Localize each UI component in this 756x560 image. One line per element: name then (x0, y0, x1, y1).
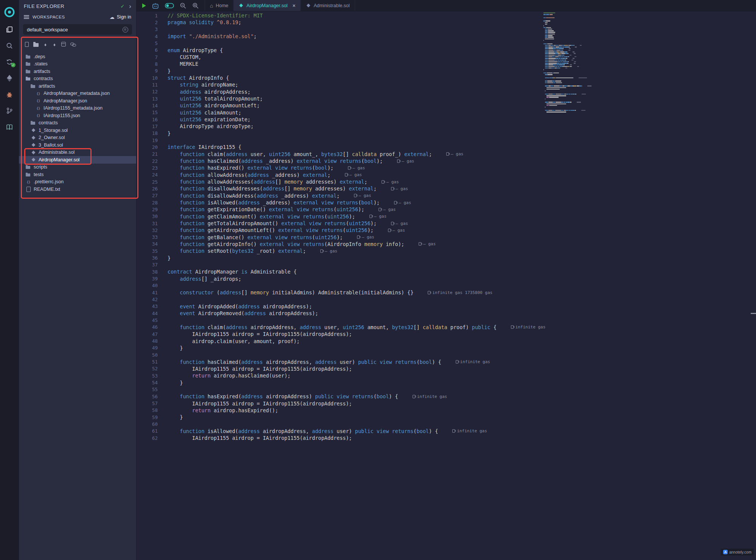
code-line[interactable]: 37 (137, 261, 756, 268)
deploy-run-icon[interactable] (0, 70, 19, 86)
code-line[interactable]: 51 function hasClaimed(address airdropAd… (137, 358, 756, 365)
code-line[interactable]: 24 function allowAddress(address _addres… (137, 172, 756, 178)
tree-item-2-owner-sol[interactable]: 2_Owner.sol (19, 134, 136, 142)
search-icon[interactable] (0, 37, 19, 54)
workspace-options-icon[interactable] (123, 27, 128, 32)
remix-logo-icon[interactable] (0, 3, 19, 21)
tab-home[interactable]: ⌂Home (205, 0, 234, 11)
code-line[interactable]: 6enum AirdropType { (137, 47, 756, 54)
create-file-icon[interactable] (25, 42, 29, 47)
code-line[interactable]: 59 } (137, 414, 756, 421)
code-line[interactable]: 14 uint256 airdropAmountLeft; (137, 102, 756, 109)
tree-item-airdropmanager-json[interactable]: {}AirdropManager.json (19, 97, 136, 105)
tree-item-iairdrop1155-json[interactable]: {}IAirdrop1155.json (19, 112, 136, 119)
code-line[interactable]: 8 MERKLE (137, 60, 756, 67)
code-line[interactable]: 35 function setRoot(bytes32 _root) exter… (137, 248, 756, 254)
code-line[interactable]: 40 (137, 282, 756, 289)
ai-copilot-icon[interactable] (152, 3, 159, 9)
code-line[interactable]: 16 uint256 expirationDate; (137, 116, 756, 123)
code-line[interactable]: 53 return airdrop.hasClaimed(user); (137, 372, 756, 379)
code-line[interactable]: 55 (137, 386, 756, 393)
code-line[interactable]: 21 function claim(address user, uint256 … (137, 151, 756, 158)
zoom-out-icon[interactable] (180, 2, 186, 9)
publish-to-ipfs-icon[interactable] (61, 42, 66, 46)
tree-item-iairdrop1155-metadata-json[interactable]: {}IAirdrop1155_metadata.json (19, 105, 136, 112)
tree-item-artifacts[interactable]: artifacts (19, 82, 136, 90)
tree-item-tests[interactable]: tests (19, 171, 136, 178)
code-editor[interactable]: 1// SPDX-License-Identifier: MIT2pragma … (137, 11, 756, 560)
code-line[interactable]: 47 IAirdrop1155 airdrop = IAirdrop1155(a… (137, 331, 756, 337)
code-line[interactable]: 33 function getBalance() external view r… (137, 234, 756, 241)
tree-item-3-ballot-sol[interactable]: 3_Ballot.sol (19, 141, 136, 149)
code-line[interactable]: 11 string airdropName; (137, 81, 756, 88)
tree-item-scripts[interactable]: scripts (19, 164, 136, 171)
code-line[interactable]: 13 uint256 totalAirdropAmount; (137, 95, 756, 102)
code-line[interactable]: 27 function disallowAddress(address _add… (137, 192, 756, 199)
code-line[interactable]: 36} (137, 254, 756, 261)
tree-item-contracts[interactable]: contracts (19, 75, 136, 83)
code-line[interactable]: 46 function claim(address airdropAddress… (137, 324, 756, 331)
tree-item-airdropmanager-sol[interactable]: AirdropManager.sol (19, 156, 136, 164)
code-line[interactable]: 17 AirdropType airdropType; (137, 123, 756, 130)
code-line[interactable]: 30 function getClaimAmount() external vi… (137, 213, 756, 220)
code-line[interactable]: 32 function getAirdropAmountLeft() exter… (137, 227, 756, 234)
tree-item--prettierrc-json[interactable]: {}.prettierrc.json (19, 178, 136, 186)
code-line[interactable]: 1// SPDX-License-Identifier: MIT (137, 12, 756, 19)
zoom-in-icon[interactable] (192, 2, 199, 9)
code-line[interactable]: 31 function getTotalAirdropAmount() exte… (137, 220, 756, 227)
workspaces-menu-icon[interactable] (24, 15, 29, 19)
code-line[interactable]: 45 (137, 317, 756, 323)
code-line[interactable]: 4import "./Administrable.sol"; (137, 33, 756, 40)
code-line[interactable]: 43 event AirdropAdded(address airdropAdd… (137, 303, 756, 310)
code-line[interactable]: 22 function hasClaimed(address _address)… (137, 158, 756, 164)
tab-airdropmanager-sol[interactable]: AirdropManager.sol× (234, 0, 301, 11)
code-line[interactable]: 41 constructor (address[] memory initial… (137, 289, 756, 296)
code-line[interactable]: 49 } (137, 345, 756, 351)
code-line[interactable]: 23 function hasExpired() external view r… (137, 164, 756, 171)
code-line[interactable]: 61 function isAllowed(address airdropAdd… (137, 428, 756, 435)
code-line[interactable]: 2pragma solidity ^0.8.19; (137, 19, 756, 26)
code-line[interactable]: 5 (137, 40, 756, 46)
code-line[interactable]: 19 (137, 137, 756, 144)
code-line[interactable]: 52 IAirdrop1155 airdrop = IAirdrop1155(a… (137, 365, 756, 372)
code-line[interactable]: 62 IAirdrop1155 airdrop = IAirdrop1155(a… (137, 435, 756, 441)
plugin-manager-icon[interactable] (0, 119, 19, 135)
code-line[interactable]: 25 function allowAddresses(address[] mem… (137, 178, 756, 185)
code-line[interactable]: 39 address[] _airdrops; (137, 275, 756, 282)
tree-item-artifacts[interactable]: artifacts (19, 68, 136, 75)
code-line[interactable]: 50 (137, 351, 756, 358)
code-line[interactable]: 3 (137, 26, 756, 33)
code-line[interactable]: 20interface IAirdrop1155 { (137, 144, 756, 150)
code-line[interactable]: 12 address airdropAddress; (137, 88, 756, 95)
code-line[interactable]: 48 airdrop.claim(user, amount, proof); (137, 337, 756, 344)
code-line[interactable]: 15 uint256 claimAmount; (137, 109, 756, 116)
tree-item-administrable-sol[interactable]: Administrable.sol (19, 149, 136, 156)
code-line[interactable]: 60 (137, 421, 756, 427)
tree-item--deps[interactable]: .deps (19, 53, 136, 60)
tab-administrable-sol[interactable]: Administrable.sol (301, 0, 355, 11)
code-line[interactable]: 54 } (137, 379, 756, 386)
code-line[interactable]: 28 function isAllowed(address _address) … (137, 199, 756, 206)
scrollbar-marker[interactable] (751, 313, 756, 314)
workspace-selector[interactable]: default_workspace (23, 24, 132, 35)
debugger-icon[interactable] (0, 86, 19, 102)
tree-item-readme-txt[interactable]: README.txt (19, 186, 136, 193)
tree-item-airdropmanager-metadata-json[interactable]: {}AirdropManager_metadata.json (19, 90, 136, 97)
code-line[interactable]: 7 CUSTOM, (137, 54, 756, 60)
create-folder-icon[interactable] (33, 43, 39, 47)
code-line[interactable]: 26 function disallowAddresses(address[] … (137, 185, 756, 192)
copilot-toggle[interactable] (165, 3, 174, 8)
solidity-compiler-icon[interactable]: ✓ (0, 54, 19, 70)
code-line[interactable]: 10struct AirdropInfo { (137, 74, 756, 81)
code-line[interactable]: 57 IAirdrop1155 airdrop = IAirdrop1155(a… (137, 400, 756, 407)
code-line[interactable]: 29 function getExpirationDate() external… (137, 206, 756, 213)
tree-item-contracts[interactable]: contracts (19, 119, 136, 127)
code-line[interactable]: 56 function hasExpired(address airdropAd… (137, 393, 756, 400)
run-script-button[interactable] (142, 3, 146, 8)
upload-folder-icon[interactable] (52, 42, 57, 47)
tree-item--states[interactable]: .states (19, 60, 136, 68)
upload-file-icon[interactable] (43, 42, 48, 47)
code-line[interactable]: 38contract AirdropManager is Administrab… (137, 268, 756, 275)
publish-to-gist-icon[interactable] (70, 42, 76, 46)
minimap[interactable] (543, 12, 592, 113)
